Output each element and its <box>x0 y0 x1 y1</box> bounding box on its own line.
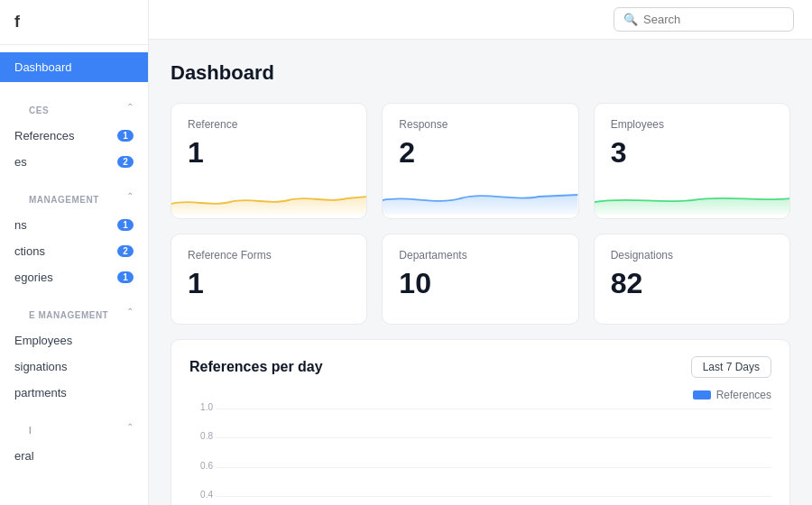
sidebar-item-departments[interactable]: partments <box>0 380 148 406</box>
sidebar-item-label: eral <box>14 449 134 463</box>
sidebar-badge: 1 <box>117 130 134 142</box>
sidebar-item-label: signations <box>14 360 134 373</box>
sidebar-item-ns[interactable]: ns 1 <box>0 212 148 238</box>
stat-cards-row2: Reference Forms 1 Departaments 10 Design… <box>171 234 790 325</box>
content-area: Dashboard Reference 1 <box>149 40 812 505</box>
stat-card-response: Response 2 <box>382 103 578 219</box>
sidebar-section-management: MANAGEMENT ⌃ <box>0 175 148 212</box>
search-input[interactable] <box>643 13 784 26</box>
chart-section-header: References per day Last 7 Days <box>189 356 771 378</box>
sidebar-item-label: es <box>14 155 117 169</box>
card-value: 3 <box>611 136 773 170</box>
sidebar-section-ces: CES ⌃ <box>0 86 148 123</box>
bar-chart: 1.0 0.8 0.6 0.4 0.2 <box>189 409 771 505</box>
sidebar-section-title-ces: CES <box>14 95 63 119</box>
sidebar-section-title-emgmt: E MANAGEMENT <box>14 299 123 324</box>
chart-section-title: References per day <box>189 359 323 375</box>
card-label: Reference <box>188 118 350 131</box>
legend-label: References <box>716 389 771 401</box>
card-value: 1 <box>188 267 350 300</box>
grid-label: 1.0 <box>186 402 213 412</box>
sidebar-item-dashboard[interactable]: Dashboard <box>0 52 148 82</box>
sidebar-item-label: References <box>14 129 117 142</box>
grid-label: 0.8 <box>186 431 213 441</box>
bars-container <box>217 409 771 505</box>
grid-label: 0.4 <box>186 490 213 500</box>
chevron-up-icon: ⌃ <box>126 102 134 112</box>
sidebar-item-label: ctions <box>14 244 117 258</box>
main-content: 🔍 Dashboard Reference 1 <box>149 0 812 505</box>
sidebar-section-title-mgmt: MANAGEMENT <box>14 184 114 208</box>
chevron-up-icon: ⌃ <box>126 422 134 432</box>
stat-card-departaments: Departaments 10 <box>382 234 578 325</box>
stat-card-designations: Designations 82 <box>594 234 790 325</box>
card-label: Departaments <box>399 249 561 262</box>
stat-cards-row1: Reference 1 Response 2 <box>171 103 790 219</box>
stat-card-reference: Reference 1 <box>171 103 367 219</box>
sidebar-badge: 1 <box>117 271 134 283</box>
search-box[interactable]: 🔍 <box>614 7 794 32</box>
legend-dot <box>693 390 711 399</box>
page-title: Dashboard <box>171 61 790 85</box>
card-value: 10 <box>399 267 561 300</box>
topbar: 🔍 <box>149 0 812 40</box>
card-label: Response <box>399 118 561 131</box>
sidebar: f Dashboard CES ⌃ References 1 es 2 MANA… <box>0 0 149 505</box>
sidebar-logo: f <box>0 0 148 45</box>
sidebar-item-label: ns <box>14 218 117 232</box>
search-icon: 🔍 <box>623 13 638 26</box>
sidebar-badge: 2 <box>117 245 134 257</box>
card-label: Designations <box>611 249 773 262</box>
date-range-button[interactable]: Last 7 Days <box>691 356 771 378</box>
stat-card-employees: Employees 3 <box>594 103 790 219</box>
chevron-up-icon: ⌃ <box>126 191 134 201</box>
sidebar-item-ctions[interactable]: ctions 2 <box>0 238 148 264</box>
card-value: 82 <box>611 267 773 300</box>
sidebar-item-references[interactable]: References 1 <box>0 123 148 149</box>
response-chart <box>383 179 577 215</box>
stat-card-ref-forms: Reference Forms 1 <box>171 234 367 325</box>
card-value: 1 <box>188 136 350 170</box>
reference-chart <box>171 179 366 215</box>
chevron-up-icon: ⌃ <box>126 307 134 317</box>
sidebar-section-e-mgmt: E MANAGEMENT ⌃ <box>0 290 148 327</box>
chart-section: References per day Last 7 Days Reference… <box>171 339 790 505</box>
sidebar-item-es[interactable]: es 2 <box>0 149 148 175</box>
sidebar-section-title-i: i <box>14 415 46 439</box>
grid-label: 0.6 <box>186 461 213 471</box>
sidebar-item-designations[interactable]: signations <box>0 354 148 380</box>
sidebar-item-employees[interactable]: Employees <box>0 327 148 354</box>
sidebar-item-label: partments <box>14 386 134 399</box>
sidebar-item-eral[interactable]: eral <box>0 443 148 469</box>
card-label: Reference Forms <box>188 249 350 262</box>
sidebar-item-label: egories <box>14 271 117 284</box>
sidebar-section-i: i ⌃ <box>0 406 148 443</box>
chart-legend: References <box>189 389 771 401</box>
card-value: 2 <box>399 136 561 170</box>
card-label: Employees <box>611 118 773 131</box>
employees-chart <box>595 179 789 215</box>
sidebar-badge: 2 <box>117 156 134 168</box>
sidebar-item-label: Employees <box>14 334 134 347</box>
sidebar-badge: 1 <box>117 219 134 231</box>
sidebar-item-egories[interactable]: egories 1 <box>0 264 148 290</box>
